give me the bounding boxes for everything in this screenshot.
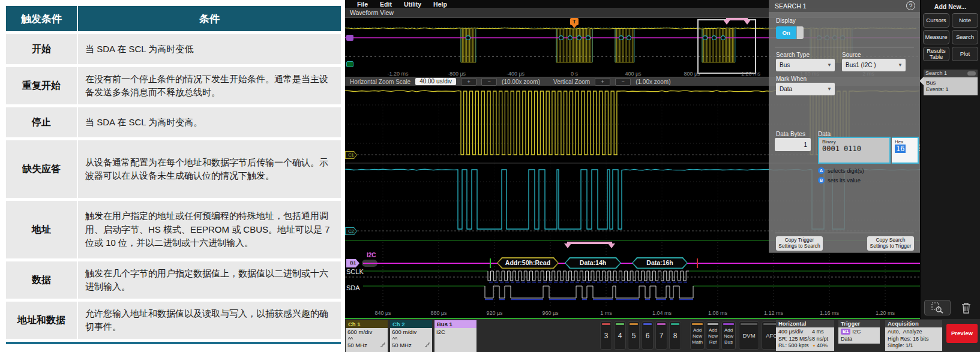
start-condition-tick [490,258,491,268]
menu-item-help[interactable]: Help [433,1,447,8]
panel-drag-handle[interactable]: ⋮ [915,143,924,152]
data-bytes-input[interactable]: 1 [775,138,811,151]
ch1-name: Ch 1 [346,320,388,328]
ch1-coupling-icon [347,336,353,341]
chevron-down-icon: ▼ [898,59,903,71]
source-label: Source [842,52,861,58]
trigger-settings: B1I2C Data [838,327,880,344]
add-new-math-button[interactable]: Add New Math [690,321,705,350]
hex-label: Hex [892,138,918,145]
oscilloscope-app: FileEditUtilityHelp Waveform View T -1.2… [345,0,980,352]
horizontal-zoom-factor: (10.00x zoom) [502,79,540,85]
trigger-source-chip: B1 [841,329,850,335]
vertical-zoom-plus-button[interactable]: + [595,78,610,86]
menu-item-edit[interactable]: Edit [380,1,392,8]
decode-packet: Data:16h [632,257,688,269]
add-new-ref-button[interactable]: Add New Ref [706,321,720,350]
acquisition-badge[interactable]: Acquisition Auto, AnalyzeHigh Res: 16 bi… [885,320,942,351]
channel-8-button[interactable]: 8 [669,321,681,350]
channel-3-button[interactable]: 3 [600,321,612,350]
delete-button[interactable] [955,300,977,315]
menu-item-utility[interactable]: Utility [404,1,421,8]
add-button-label: Add New Math [691,327,704,345]
add-search-button[interactable]: Search [952,30,978,44]
horizontal-zoom-plus-button[interactable]: + [461,78,476,86]
trigger-position-icon[interactable]: T [570,18,579,25]
bus1-badge-bottom[interactable]: Bus 1 I2C [434,320,476,352]
trigger-source: I2C [852,329,861,335]
channel-4-button[interactable]: 4 [614,321,626,350]
row-trigger-label: 数据 [6,261,77,299]
ch2-badge[interactable]: Ch 2 600 m/div 50 MHz [390,320,432,352]
search1-badge-header: Search 1 [924,70,978,77]
binary-data-input[interactable]: Binary 0001 0110 [818,137,891,164]
source-select[interactable]: Bus1 (I2C )▼ [842,59,906,71]
sclk-label: SCLK [346,268,364,275]
menu-item-file[interactable]: File [357,1,368,8]
trigger-title: Trigger [838,320,880,327]
zoom-select-button[interactable] [924,300,951,315]
add-plot-button[interactable]: Plot [952,47,978,61]
decode-packet: Addr:50h:Read [497,257,559,269]
dvm-button[interactable]: DVM [739,321,759,350]
packet-text: Addr:50h:Read [497,257,559,269]
mark-when-select[interactable]: Data▼ [776,83,835,95]
channel-5-button[interactable]: 5 [628,321,640,350]
search-type-select[interactable]: Bus▼ [776,59,835,71]
table-row: 地址和数据允许您输入地址和数据值以及读取与写入，以捕获感兴趣的确切事件。 [6,302,341,339]
channel-6-button[interactable]: 6 [642,321,654,350]
hex-value: 16 [895,145,906,153]
horizontal-setting: 4 ms [812,329,832,336]
add-results-table-button[interactable]: Results Table [923,47,949,61]
horizontal-zoom-minus-button[interactable]: − [481,78,497,86]
add-cursors-button[interactable]: Cursors [923,13,949,28]
knob-a-hint: A selects digit(s) [818,167,864,174]
copy-trigger-to-search-button[interactable]: Copy Trigger Settings to Search [776,236,823,251]
table-row: 数据触发在几个字节的用户指定数据值上，数据值以二进制或十六进制输入。 [6,261,341,299]
chevron-down-icon: ▼ [827,59,832,71]
ch2-scale: 600 m/div [392,329,430,336]
binary-label: Binary [819,138,889,145]
knob-b-icon: B [818,177,825,183]
horizontal-row: SR: 125 MS/s8 ns/pt [778,336,832,343]
panel-divider [775,233,914,233]
table-row: 重复开始在没有前一个停止条件的情况下发生开始条件。通常是当主设备发送多条消息而不… [6,67,341,104]
add-new-bus-button[interactable]: Add New Bus [721,321,736,350]
panel-divider [775,47,914,47]
zoom-region-box[interactable] [697,19,756,74]
trigger-badge[interactable]: Trigger B1I2C Data [838,320,880,344]
data-bytes-label: Data Bytes [776,131,805,137]
row-condition-text: 当 SDA 在 SCL 为高时变低 [78,34,341,64]
copy-search-to-trigger-button[interactable]: Copy Search Settings to Trigger [867,236,914,251]
search1-toggle-icon[interactable] [967,71,976,76]
stop-condition-tick [697,258,698,268]
mark-when-label: Mark When [776,76,807,82]
acquisition-line: High Res: 16 bits [888,336,940,343]
horizontal-setting: SR: 125 MS/s [778,336,812,343]
horizontal-settings: 400 µs/div4 msSR: 125 MS/s8 ns/ptRL: 500… [776,327,834,351]
preview-button[interactable]: Preview [946,324,978,343]
vertical-zoom-minus-button[interactable]: − [615,78,631,86]
overview-tick: 800 µs [684,71,700,77]
horizontal-zoom-scale-value[interactable]: 40.00 us/div [415,78,456,85]
trigger-table: 触发条件 条件 开始当 SDA 在 SCL 为高时变低重复开始在没有前一个停止条… [6,6,341,344]
help-icon[interactable]: ? [906,1,915,10]
row-condition-text: 在没有前一个停止条件的情况下发生开始条件。通常是当主设备发送多条消息而不释放总线… [78,67,341,104]
knob-b-hint: B sets its value [818,177,861,183]
bus-name-label: I2C [367,252,376,258]
search1-result-badge[interactable]: Search 1 Bus Events: 1 [924,70,978,95]
table-row: 停止当 SDA 在 SCL 为高时变高。 [6,107,341,137]
display-toggle[interactable]: On [776,26,804,39]
channel-7-button[interactable]: 7 [655,321,667,350]
add-note-button[interactable]: Note [952,13,978,28]
row-condition-text: 允许您输入地址和数据值以及读取与写入，以捕获感兴趣的确切事件。 [78,302,341,339]
search1-panel-title[interactable]: SEARCH 1 [769,0,920,12]
ch1-badge[interactable]: Ch 1 600 m/div 50 MHz [346,320,388,352]
ch1-reference-marker[interactable]: C1 [345,151,357,159]
ch2-reference-marker[interactable]: C2 [345,227,357,235]
overview-tick: 400 µs [625,71,641,77]
overview-tick: -800 µs [448,71,466,77]
horizontal-badge[interactable]: Horizontal 400 µs/div4 msSR: 125 MS/s8 n… [776,320,834,351]
add-measure-button[interactable]: Measure [923,30,949,44]
row-trigger-label: 地址 [6,201,77,258]
